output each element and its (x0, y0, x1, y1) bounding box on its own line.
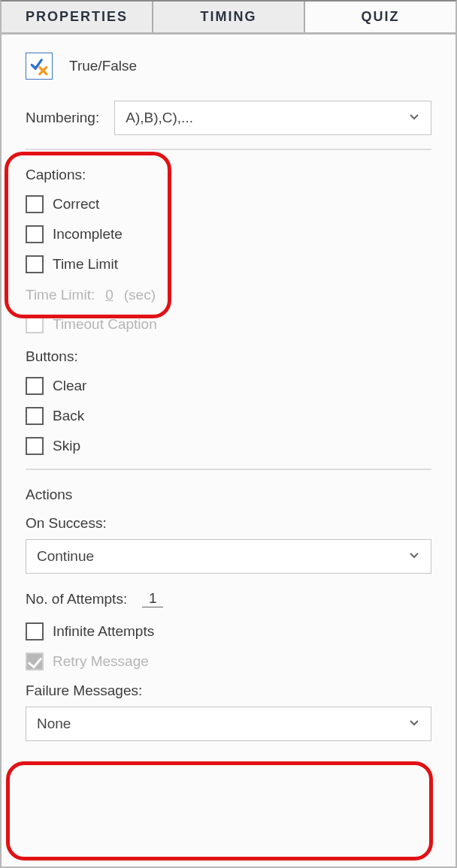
checkbox-clear[interactable]: Clear (26, 377, 431, 395)
checkbox-skip[interactable]: Skip (26, 437, 431, 455)
actions-title: Actions (26, 487, 431, 503)
checkbox-icon (26, 377, 44, 395)
failure-messages-label: Failure Messages: (26, 683, 431, 699)
numbering-row: Numbering: A),B),C),... (26, 101, 431, 135)
checkbox-label: Retry Message (53, 653, 149, 670)
quiz-panel: PROPERTIES TIMING QUIZ True/False Number… (0, 0, 457, 868)
tab-timing[interactable]: TIMING (153, 2, 305, 32)
checkbox-label: Time Limit (53, 256, 118, 273)
time-limit-label: Time Limit: (26, 287, 95, 303)
failure-messages-value: None (37, 716, 408, 732)
checkbox-label: Back (53, 408, 84, 424)
true-false-icon (26, 53, 53, 80)
chevron-down-icon (408, 548, 420, 565)
checkbox-label: Clear (53, 378, 86, 394)
buttons-title: Buttons: (26, 348, 431, 365)
failure-messages-select[interactable]: None (26, 707, 431, 741)
on-success-label: On Success: (26, 515, 431, 532)
time-limit-value: 0 (102, 287, 117, 303)
checkbox-icon (26, 255, 44, 273)
chevron-down-icon (408, 110, 420, 126)
on-success-select[interactable]: Continue (26, 539, 431, 574)
checkbox-icon (26, 407, 44, 425)
checkbox-icon (26, 315, 44, 333)
captions-title: Captions: (26, 167, 431, 183)
checkbox-icon (26, 653, 44, 671)
checkbox-label: Incomplete (53, 226, 123, 243)
checkbox-incomplete[interactable]: Incomplete (26, 225, 431, 243)
checkbox-label: Infinite Attempts (53, 623, 154, 640)
checkbox-back[interactable]: Back (26, 407, 431, 425)
checkbox-label: Correct (53, 196, 99, 212)
checkbox-label: Timeout Caption (53, 316, 157, 333)
tab-quiz[interactable]: QUIZ (305, 2, 455, 32)
on-success-value: Continue (37, 548, 408, 565)
checkbox-icon (26, 622, 44, 640)
attempts-label: No. of Attempts: (26, 591, 127, 607)
attempts-input[interactable] (142, 590, 163, 607)
attempts-row: No. of Attempts: (26, 590, 431, 607)
tab-properties[interactable]: PROPERTIES (2, 2, 153, 32)
numbering-select[interactable]: A),B),C),... (114, 101, 431, 135)
numbering-value: A),B),C),... (126, 110, 408, 126)
time-limit-row: Time Limit: 0 (sec) (26, 287, 431, 303)
tab-bar: PROPERTIES TIMING QUIZ (2, 2, 455, 35)
checkbox-icon (26, 437, 44, 455)
question-type-label: True/False (69, 58, 137, 74)
checkbox-label: Skip (53, 438, 80, 454)
time-limit-unit: (sec) (124, 287, 156, 303)
checkbox-timeout-caption: Timeout Caption (26, 315, 431, 333)
checkbox-icon (26, 225, 44, 243)
checkbox-icon (26, 195, 44, 213)
checkbox-retry-message: Retry Message (26, 653, 431, 671)
numbering-label: Numbering: (26, 110, 99, 126)
checkbox-time-limit[interactable]: Time Limit (26, 255, 431, 273)
checkbox-correct[interactable]: Correct (26, 195, 431, 213)
divider (26, 469, 431, 470)
question-type-row: True/False (26, 53, 431, 80)
chevron-down-icon (408, 716, 420, 732)
divider (26, 149, 431, 150)
checkbox-infinite-attempts[interactable]: Infinite Attempts (26, 622, 431, 640)
panel-scroll[interactable]: True/False Numbering: A),B),C),... Capti… (2, 35, 455, 866)
